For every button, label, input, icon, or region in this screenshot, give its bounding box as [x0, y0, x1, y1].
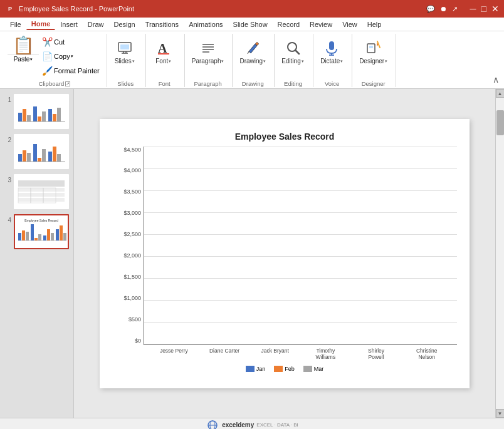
- font-icon: A: [154, 38, 174, 58]
- format-painter-icon: 🖌️: [42, 66, 53, 76]
- logo-subtitle: EXCEL · DATA · BI: [256, 422, 298, 428]
- x-label-diane: Diane Carter: [199, 348, 250, 360]
- slide-thumb-1: [14, 94, 69, 129]
- menu-insert[interactable]: Insert: [55, 19, 83, 29]
- slide-item-1[interactable]: 1: [4, 94, 70, 129]
- drawing-label: Drawing ▾: [239, 58, 266, 65]
- designer-icon: [364, 38, 384, 58]
- dictate-dropdown-icon: ▾: [340, 59, 343, 64]
- editing-button[interactable]: Editing ▾: [278, 35, 307, 67]
- ribbon-collapse-btn[interactable]: ∧: [493, 75, 499, 85]
- paste-label[interactable]: Paste ▾: [8, 54, 39, 63]
- scroll-down-btn[interactable]: ▼: [496, 409, 505, 418]
- font-button[interactable]: A Font ▾: [150, 35, 177, 67]
- share-icon[interactable]: ↗: [452, 5, 458, 13]
- slide-thumb-2: [14, 134, 69, 169]
- menu-slideshow[interactable]: Slide Show: [228, 19, 273, 29]
- ribbon-group-clipboard: 📋 Paste ▾ ✂️ Cut 📄 Copy ▾: [5, 34, 107, 87]
- menu-home[interactable]: Home: [26, 19, 56, 30]
- svg-rect-28: [53, 114, 56, 121]
- canvas-area: Employee Sales Record $4,500 $4,000 $3,5…: [74, 89, 495, 418]
- minimize-btn[interactable]: ─: [470, 4, 476, 14]
- legend-color-mar: [303, 366, 312, 372]
- menu-file[interactable]: File: [5, 19, 26, 29]
- svg-rect-29: [57, 108, 61, 121]
- svg-line-11: [248, 51, 249, 54]
- x-axis-labels: Jesse Perry Diane Carter Jack Bryant Tim…: [144, 348, 457, 360]
- slides-icon: [115, 38, 135, 58]
- svg-text:A: A: [158, 41, 167, 55]
- ribbon-group-designer: Designer ▾ Designer: [354, 34, 396, 87]
- copy-button[interactable]: 📄 Copy ▾: [40, 49, 102, 63]
- menu-view[interactable]: View: [337, 19, 362, 29]
- paragraph-label: Paragraph ▾: [192, 58, 224, 65]
- y-label-1000: $1,000: [123, 295, 141, 301]
- font-label: Font ▾: [155, 58, 171, 65]
- title-bar-controls: 💬 ⏺ ↗ ─ □ ✕: [426, 4, 499, 14]
- drawing-button[interactable]: Drawing ▾: [236, 35, 269, 67]
- svg-rect-60: [51, 233, 54, 240]
- font-dropdown-icon: ▾: [169, 59, 171, 64]
- legend-mar: Mar: [303, 366, 324, 372]
- svg-rect-1: [120, 44, 129, 49]
- scroll-thumb[interactable]: [496, 110, 504, 135]
- dictate-button[interactable]: Dictate ▾: [317, 35, 346, 67]
- ribbon-group-editing: Editing ▾ Editing: [276, 34, 313, 87]
- slide-item-2[interactable]: 2: [4, 134, 70, 169]
- menu-design[interactable]: Design: [108, 19, 140, 29]
- svg-rect-21: [18, 113, 22, 121]
- menu-review[interactable]: Review: [305, 19, 337, 29]
- dictate-label: Dictate ▾: [320, 58, 343, 65]
- ribbon-group-paragraph: Paragraph ▾ Paragraph: [186, 34, 233, 87]
- legend-feb: Feb: [274, 366, 295, 372]
- paste-dropdown-icon: ▾: [30, 57, 33, 62]
- drawing-icon: [243, 38, 263, 58]
- y-label-4500: $4,500: [123, 147, 141, 153]
- svg-rect-32: [18, 154, 22, 162]
- paragraph-dropdown-icon: ▾: [221, 59, 224, 64]
- legend-color-jan: [246, 366, 255, 372]
- x-label-jack: Jack Bryant: [249, 348, 300, 360]
- y-axis: $4,500 $4,000 $3,500 $3,000 $2,500 $2,00…: [112, 147, 144, 346]
- menu-transitions[interactable]: Transitions: [140, 19, 184, 29]
- slide-thumb-4: Employee Sales Record: [14, 214, 69, 249]
- close-btn[interactable]: ✕: [491, 4, 499, 14]
- editing-label-text: Editing: [284, 80, 302, 87]
- slide-item-3[interactable]: 3: [4, 174, 70, 209]
- paragraph-button[interactable]: Paragraph ▾: [189, 35, 228, 67]
- y-label-0: $0: [135, 338, 141, 344]
- clipboard-expand-icon[interactable]: ↗: [65, 81, 70, 86]
- svg-rect-15: [329, 41, 334, 50]
- scroll-up-btn[interactable]: ▲: [496, 89, 505, 98]
- format-painter-button[interactable]: 🖌️ Format Painter: [40, 64, 102, 78]
- maximize-btn[interactable]: □: [481, 4, 486, 14]
- slide-item-4[interactable]: 4 Employee Sales Record: [4, 214, 70, 249]
- comment-icon[interactable]: 💬: [426, 5, 435, 13]
- designer-button[interactable]: Designer ▾: [356, 35, 391, 67]
- x-label-timothy: TimothyWilliams: [300, 348, 351, 360]
- menu-draw[interactable]: Draw: [83, 19, 109, 29]
- svg-text:Employee Sales Record: Employee Sales Record: [24, 219, 58, 222]
- svg-rect-44: [18, 188, 65, 192]
- title-bar: P Employee Sales Record - PowerPoint 💬 ⏺…: [0, 0, 504, 18]
- svg-rect-53: [22, 230, 25, 240]
- menu-help[interactable]: Help: [362, 19, 387, 29]
- ribbon-collapse-area: ∧: [493, 34, 499, 87]
- paragraph-icon: [198, 38, 218, 58]
- paste-button-top[interactable]: 📋: [10, 35, 37, 54]
- cut-button[interactable]: ✂️ Cut: [40, 35, 102, 49]
- title-bar-left: P Employee Sales Record - PowerPoint: [5, 4, 134, 14]
- font-items: A Font ▾: [150, 35, 177, 79]
- designer-label-text: Designer: [362, 80, 386, 87]
- menu-record[interactable]: Record: [273, 19, 305, 29]
- y-label-4000: $4,000: [123, 167, 141, 173]
- slide-number-4: 4: [4, 217, 11, 224]
- bottom-bar: exceldemy EXCEL · DATA · BI: [0, 418, 504, 429]
- menu-animations[interactable]: Animations: [184, 19, 228, 29]
- voice-label-text: Voice: [325, 80, 339, 87]
- ribbon-group-slides: Slides ▾ Slides: [108, 34, 146, 87]
- record-icon[interactable]: ⏺: [440, 5, 447, 13]
- chart-title: Employee Sales Record: [112, 132, 457, 142]
- slides-button[interactable]: Slides ▾: [111, 35, 139, 67]
- font-label-text: Font: [159, 80, 171, 87]
